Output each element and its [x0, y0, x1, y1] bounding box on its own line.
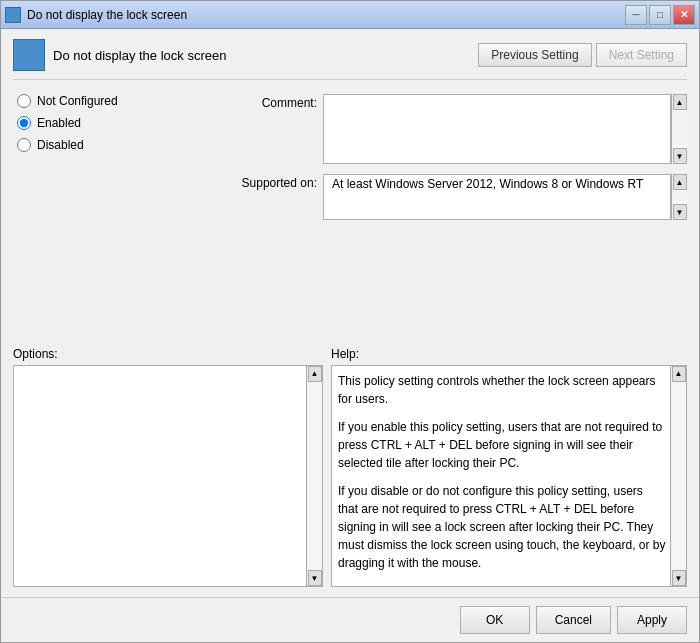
comment-textarea[interactable]: [323, 94, 671, 164]
header-title: Do not display the lock screen: [53, 48, 226, 63]
next-setting-button[interactable]: Next Setting: [596, 43, 687, 67]
content-area: Do not display the lock screen Previous …: [1, 29, 699, 597]
title-bar-left: Do not display the lock screen: [5, 7, 187, 23]
options-scroll-track: [308, 382, 322, 571]
supported-scrollbar[interactable]: ▲ ▼: [671, 174, 687, 220]
comment-label: Comment:: [233, 94, 323, 110]
supported-value: At least Windows Server 2012, Windows 8 …: [328, 175, 663, 193]
comment-scroll-up[interactable]: ▲: [673, 94, 687, 110]
window-title: Do not display the lock screen: [27, 8, 187, 22]
options-panel: Options: ▲ ▼: [13, 347, 323, 588]
left-panel: Not Configured Enabled Disabled: [13, 94, 233, 335]
supported-label: Supported on:: [233, 174, 323, 190]
options-box: ▲ ▼: [13, 365, 323, 588]
ok-button[interactable]: OK: [460, 606, 530, 634]
help-paragraph-3: If you disable or do not configure this …: [338, 482, 666, 572]
radio-not-configured[interactable]: Not Configured: [17, 94, 233, 108]
options-scrollbar[interactable]: ▲ ▼: [306, 366, 322, 587]
close-button[interactable]: ✕: [673, 5, 695, 25]
help-label: Help:: [331, 347, 687, 361]
comment-scrollbar[interactable]: ▲ ▼: [671, 94, 687, 164]
help-scroll-down[interactable]: ▼: [672, 570, 686, 586]
right-panel: Comment: ▲ ▼ Supported on:: [233, 94, 687, 335]
options-scroll-down[interactable]: ▼: [308, 570, 322, 586]
help-scrollbar[interactable]: ▲ ▼: [670, 366, 686, 587]
supported-scroll-track: [673, 190, 687, 204]
main-window: Do not display the lock screen ─ □ ✕ Do …: [0, 0, 700, 643]
main-area: Not Configured Enabled Disabled Comm: [13, 94, 687, 335]
supported-scroll-down[interactable]: ▼: [673, 204, 687, 220]
help-text: This policy setting controls whether the…: [332, 366, 686, 578]
help-scroll-track: [672, 382, 686, 571]
options-scroll-up[interactable]: ▲: [308, 366, 322, 382]
comment-row: Comment: ▲ ▼: [233, 94, 687, 164]
radio-enabled[interactable]: Enabled: [17, 116, 233, 130]
comment-scroll-down[interactable]: ▼: [673, 148, 687, 164]
apply-button[interactable]: Apply: [617, 606, 687, 634]
title-bar: Do not display the lock screen ─ □ ✕: [1, 1, 699, 29]
supported-row: Supported on: At least Windows Server 20…: [233, 174, 687, 220]
header-section: Do not display the lock screen Previous …: [13, 39, 687, 80]
restore-button[interactable]: □: [649, 5, 671, 25]
help-paragraph-1: This policy setting controls whether the…: [338, 372, 666, 408]
help-paragraph-2: If you enable this policy setting, users…: [338, 418, 666, 472]
radio-not-configured-input[interactable]: [17, 94, 31, 108]
radio-group: Not Configured Enabled Disabled: [13, 94, 233, 152]
help-scroll-up[interactable]: ▲: [672, 366, 686, 382]
help-box: ▲ ▼ This policy setting controls whether…: [331, 365, 687, 588]
options-label: Options:: [13, 347, 323, 361]
cancel-button[interactable]: Cancel: [536, 606, 611, 634]
header-left: Do not display the lock screen: [13, 39, 226, 71]
bottom-panels: Options: ▲ ▼ Help: ▲ ▼: [13, 347, 687, 588]
radio-disabled-label: Disabled: [37, 138, 84, 152]
prev-setting-button[interactable]: Previous Setting: [478, 43, 591, 67]
radio-enabled-input[interactable]: [17, 116, 31, 130]
supported-scroll-up[interactable]: ▲: [673, 174, 687, 190]
header-icon: [13, 39, 45, 71]
radio-disabled[interactable]: Disabled: [17, 138, 233, 152]
minimize-button[interactable]: ─: [625, 5, 647, 25]
window-icon: [5, 7, 21, 23]
nav-buttons: Previous Setting Next Setting: [478, 43, 687, 67]
title-bar-controls: ─ □ ✕: [625, 5, 695, 25]
comment-scroll-track: [673, 110, 687, 148]
radio-enabled-label: Enabled: [37, 116, 81, 130]
help-panel: Help: ▲ ▼ This policy setting controls w…: [331, 347, 687, 588]
footer: OK Cancel Apply: [1, 597, 699, 642]
radio-disabled-input[interactable]: [17, 138, 31, 152]
radio-not-configured-label: Not Configured: [37, 94, 118, 108]
